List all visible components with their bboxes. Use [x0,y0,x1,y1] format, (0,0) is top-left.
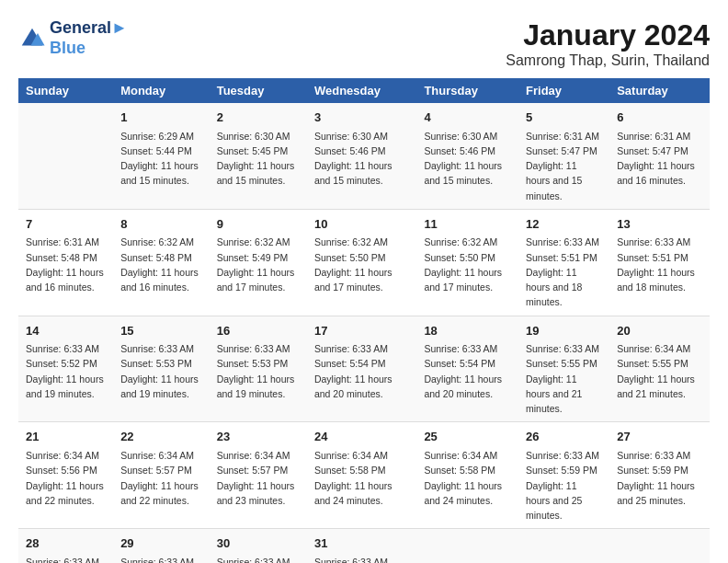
calendar-week-row: 28Sunrise: 6:33 AMSunset: 6:00 PMDayligh… [18,529,710,563]
day-info: Sunrise: 6:34 AMSunset: 5:57 PMDaylight:… [217,448,300,508]
day-info: Sunrise: 6:33 AMSunset: 5:52 PMDaylight:… [26,341,106,401]
calendar-cell: 2Sunrise: 6:30 AMSunset: 5:45 PMDaylight… [210,103,307,209]
calendar-cell: 6Sunrise: 6:31 AMSunset: 5:47 PMDaylight… [609,103,710,209]
day-info: Sunrise: 6:30 AMSunset: 5:46 PMDaylight:… [424,129,511,189]
calendar-cell: 1Sunrise: 6:29 AMSunset: 5:44 PMDaylight… [113,103,210,209]
calendar-table: Sunday Monday Tuesday Wednesday Thursday… [18,78,710,563]
day-info: Sunrise: 6:32 AMSunset: 5:50 PMDaylight:… [314,235,409,294]
day-number: 10 [314,215,409,234]
day-number: 13 [617,215,702,234]
day-number: 26 [526,428,602,446]
calendar-cell: 7Sunrise: 6:31 AMSunset: 5:48 PMDaylight… [18,209,113,316]
page-header: General► Blue January 2024 Samrong Thap,… [18,18,710,69]
title-block: January 2024 Samrong Thap, Surin, Thaila… [506,18,710,69]
calendar-week-row: 21Sunrise: 6:34 AMSunset: 5:56 PMDayligh… [18,422,710,529]
day-number: 2 [217,109,300,127]
col-friday: Friday [518,78,609,103]
calendar-cell: 24Sunrise: 6:34 AMSunset: 5:58 PMDayligh… [307,422,416,529]
day-number: 16 [217,322,300,340]
col-thursday: Thursday [416,78,518,103]
calendar-cell: 3Sunrise: 6:30 AMSunset: 5:46 PMDaylight… [307,103,416,209]
day-number: 9 [217,215,300,234]
logo-text: General► Blue [50,18,128,58]
day-number: 27 [617,428,702,446]
day-info: Sunrise: 6:31 AMSunset: 5:47 PMDaylight:… [526,129,602,203]
calendar-cell: 19Sunrise: 6:33 AMSunset: 5:55 PMDayligh… [518,316,609,422]
day-info: Sunrise: 6:33 AMSunset: 6:00 PMDaylight:… [120,555,202,563]
calendar-week-row: 1Sunrise: 6:29 AMSunset: 5:44 PMDaylight… [18,103,710,209]
day-number: 5 [526,109,602,127]
day-info: Sunrise: 6:32 AMSunset: 5:49 PMDaylight:… [217,235,300,294]
calendar-cell [416,529,518,563]
calendar-cell: 29Sunrise: 6:33 AMSunset: 6:00 PMDayligh… [113,529,210,563]
col-tuesday: Tuesday [210,78,307,103]
day-info: Sunrise: 6:32 AMSunset: 5:50 PMDaylight:… [424,235,511,294]
day-info: Sunrise: 6:34 AMSunset: 5:58 PMDaylight:… [424,448,511,508]
calendar-cell: 9Sunrise: 6:32 AMSunset: 5:49 PMDaylight… [210,209,307,316]
day-info: Sunrise: 6:33 AMSunset: 6:01 PMDaylight:… [314,555,409,563]
day-number: 23 [217,428,300,446]
day-number: 30 [217,534,300,553]
day-info: Sunrise: 6:33 AMSunset: 5:53 PMDaylight:… [120,341,202,401]
day-info: Sunrise: 6:33 AMSunset: 5:51 PMDaylight:… [617,235,702,294]
day-info: Sunrise: 6:33 AMSunset: 6:01 PMDaylight:… [217,555,300,563]
calendar-cell: 26Sunrise: 6:33 AMSunset: 5:59 PMDayligh… [518,422,609,529]
day-info: Sunrise: 6:33 AMSunset: 5:54 PMDaylight:… [314,341,409,401]
day-info: Sunrise: 6:33 AMSunset: 5:59 PMDaylight:… [617,448,702,508]
main-title: January 2024 [506,18,710,52]
calendar-cell: 17Sunrise: 6:33 AMSunset: 5:54 PMDayligh… [307,316,416,422]
calendar-cell: 15Sunrise: 6:33 AMSunset: 5:53 PMDayligh… [113,316,210,422]
day-number: 12 [526,215,602,234]
calendar-cell: 11Sunrise: 6:32 AMSunset: 5:50 PMDayligh… [416,209,518,316]
calendar-cell [18,103,113,209]
day-number: 1 [120,109,202,127]
day-number: 7 [26,215,106,234]
col-wednesday: Wednesday [307,78,416,103]
calendar-cell: 12Sunrise: 6:33 AMSunset: 5:51 PMDayligh… [518,209,609,316]
day-number: 11 [424,215,511,234]
calendar-cell: 13Sunrise: 6:33 AMSunset: 5:51 PMDayligh… [609,209,710,316]
logo-icon [18,25,46,52]
day-info: Sunrise: 6:33 AMSunset: 5:59 PMDaylight:… [526,448,602,523]
logo: General► Blue [18,18,128,58]
day-number: 29 [120,534,202,553]
calendar-cell: 4Sunrise: 6:30 AMSunset: 5:46 PMDaylight… [416,103,518,209]
day-info: Sunrise: 6:33 AMSunset: 5:51 PMDaylight:… [526,235,602,309]
calendar-cell: 28Sunrise: 6:33 AMSunset: 6:00 PMDayligh… [18,529,113,563]
calendar-cell: 5Sunrise: 6:31 AMSunset: 5:47 PMDaylight… [518,103,609,209]
calendar-cell: 25Sunrise: 6:34 AMSunset: 5:58 PMDayligh… [416,422,518,529]
day-info: Sunrise: 6:30 AMSunset: 5:46 PMDaylight:… [314,129,409,189]
day-info: Sunrise: 6:32 AMSunset: 5:48 PMDaylight:… [120,235,202,294]
calendar-week-row: 7Sunrise: 6:31 AMSunset: 5:48 PMDaylight… [18,209,710,316]
day-number: 4 [424,109,511,127]
day-info: Sunrise: 6:31 AMSunset: 5:47 PMDaylight:… [617,129,702,189]
calendar-cell: 31Sunrise: 6:33 AMSunset: 6:01 PMDayligh… [307,529,416,563]
day-number: 17 [314,322,409,340]
day-number: 25 [424,428,511,446]
day-number: 19 [526,322,602,340]
day-info: Sunrise: 6:34 AMSunset: 5:57 PMDaylight:… [120,448,202,508]
day-number: 3 [314,109,409,127]
day-info: Sunrise: 6:34 AMSunset: 5:56 PMDaylight:… [26,448,106,508]
day-info: Sunrise: 6:33 AMSunset: 5:55 PMDaylight:… [526,341,602,416]
day-number: 22 [120,428,202,446]
day-number: 6 [617,109,702,127]
calendar-cell: 30Sunrise: 6:33 AMSunset: 6:01 PMDayligh… [210,529,307,563]
day-info: Sunrise: 6:29 AMSunset: 5:44 PMDaylight:… [120,129,202,189]
day-number: 28 [26,534,106,553]
calendar-cell: 21Sunrise: 6:34 AMSunset: 5:56 PMDayligh… [18,422,113,529]
calendar-cell: 27Sunrise: 6:33 AMSunset: 5:59 PMDayligh… [609,422,710,529]
day-number: 8 [120,215,202,234]
col-saturday: Saturday [609,78,710,103]
calendar-cell: 20Sunrise: 6:34 AMSunset: 5:55 PMDayligh… [609,316,710,422]
calendar-cell [609,529,710,563]
day-info: Sunrise: 6:33 AMSunset: 5:53 PMDaylight:… [217,341,300,401]
subtitle: Samrong Thap, Surin, Thailand [506,52,710,69]
calendar-cell: 22Sunrise: 6:34 AMSunset: 5:57 PMDayligh… [113,422,210,529]
day-info: Sunrise: 6:34 AMSunset: 5:55 PMDaylight:… [617,341,702,401]
day-info: Sunrise: 6:33 AMSunset: 6:00 PMDaylight:… [26,555,106,563]
day-info: Sunrise: 6:33 AMSunset: 5:54 PMDaylight:… [424,341,511,401]
day-info: Sunrise: 6:30 AMSunset: 5:45 PMDaylight:… [217,129,300,189]
calendar-cell: 14Sunrise: 6:33 AMSunset: 5:52 PMDayligh… [18,316,113,422]
calendar-cell: 10Sunrise: 6:32 AMSunset: 5:50 PMDayligh… [307,209,416,316]
